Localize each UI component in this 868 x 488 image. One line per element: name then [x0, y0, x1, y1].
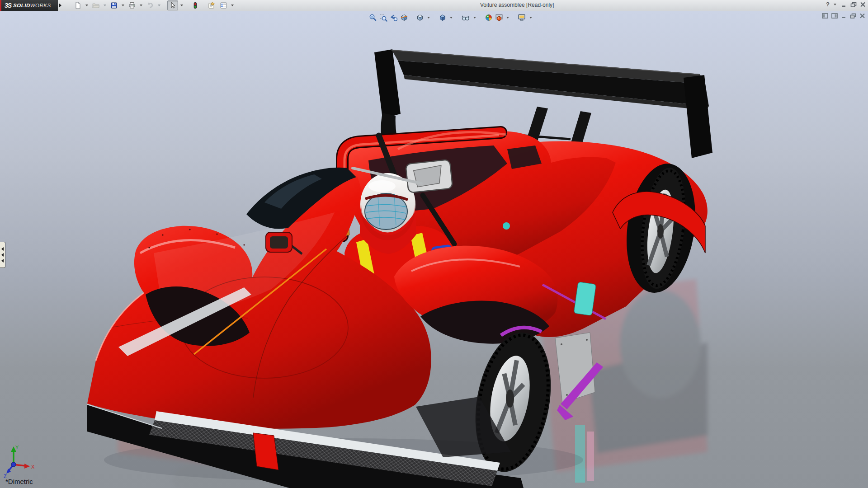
logo-red-strip: [0, 0, 1, 11]
graphics-viewport[interactable]: Y X Z *Dimetric: [0, 11, 868, 488]
toolbar-expander-icon[interactable]: [59, 3, 61, 8]
window-title: Voiture assomblee [Read-only]: [480, 2, 554, 8]
open-icon: [92, 2, 99, 9]
view-orientation-label: *Dimetric: [5, 478, 33, 485]
help-button[interactable]: ?: [826, 1, 830, 8]
close-icon: [860, 2, 866, 7]
save-button[interactable]: [108, 0, 119, 10]
triad-y-label: Y: [15, 445, 19, 450]
new-document-icon: [74, 2, 81, 9]
race-car-model[interactable]: Y X Z: [0, 11, 868, 488]
options-caret[interactable]: [231, 5, 234, 6]
minimize-button[interactable]: [840, 1, 847, 8]
select-button[interactable]: [167, 0, 178, 10]
teal-detail: [503, 222, 510, 230]
file-properties-icon: [208, 2, 216, 9]
open-caret[interactable]: [104, 5, 106, 6]
restore-button[interactable]: [850, 1, 857, 8]
options-button[interactable]: [218, 0, 229, 10]
print-button[interactable]: [127, 0, 137, 10]
undo-button[interactable]: [145, 0, 156, 10]
restore-icon: [850, 2, 857, 7]
open-button[interactable]: [90, 0, 101, 10]
wing-endplate-right: [684, 75, 712, 158]
undo-caret[interactable]: [158, 5, 160, 6]
reflection-teal-streak: [575, 425, 585, 483]
print-caret[interactable]: [140, 5, 142, 6]
side-mirror: [266, 232, 292, 252]
rebuild-button[interactable]: [190, 0, 201, 10]
print-icon: [128, 2, 136, 9]
solidworks-logo: 3S SOLIDWORKS: [0, 0, 58, 11]
titlebar-controls: ?: [826, 1, 866, 8]
rebuild-traffic-light-icon: [192, 2, 199, 9]
new-document-button[interactable]: [72, 0, 83, 10]
options-checklist-icon: [220, 2, 227, 9]
wing-endplate-left: [374, 49, 401, 118]
select-caret[interactable]: [180, 5, 183, 6]
new-document-caret[interactable]: [85, 5, 88, 6]
save-caret[interactable]: [122, 5, 124, 6]
title-bar: 3S SOLIDWORKS: [0, 0, 868, 11]
air-intake[interactable]: [406, 160, 453, 193]
file-properties-button[interactable]: [206, 0, 217, 10]
triad-x-label: X: [31, 464, 35, 469]
undo-icon: [146, 2, 154, 9]
main-toolbar: [72, 0, 235, 10]
close-button[interactable]: [859, 1, 866, 8]
select-cursor-icon: [169, 2, 176, 9]
logo-mark: 3S: [5, 2, 11, 9]
help-caret[interactable]: [834, 4, 836, 5]
reflection-pink-streak: [587, 432, 594, 481]
save-icon: [110, 2, 118, 9]
minimize-icon: [841, 2, 847, 7]
reference-triad: Y X Z: [4, 445, 35, 479]
logo-name: SOLIDWORKS: [13, 3, 51, 8]
